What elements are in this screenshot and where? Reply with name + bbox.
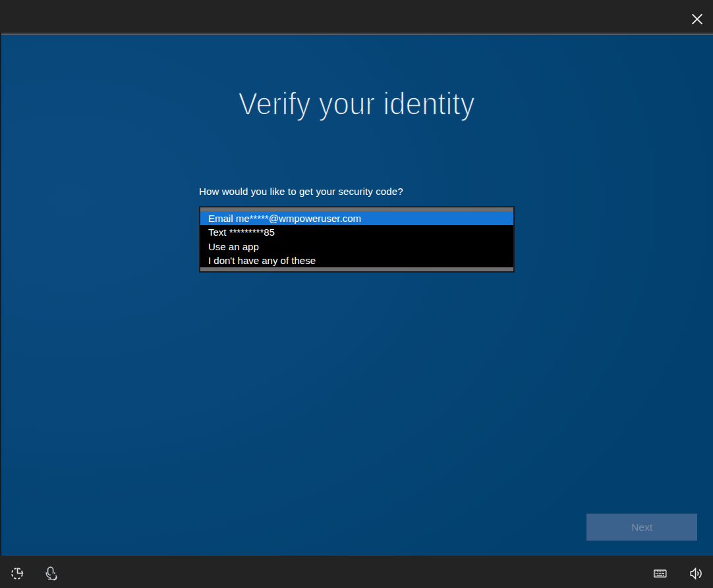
svg-text:Verify your identity: Verify your identity (239, 86, 475, 121)
